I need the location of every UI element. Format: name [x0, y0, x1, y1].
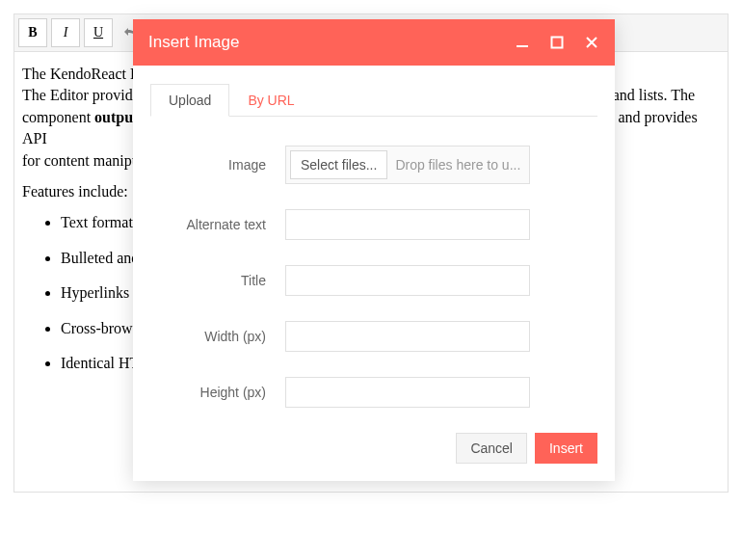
cancel-button[interactable]: Cancel [456, 433, 527, 464]
close-icon[interactable] [584, 35, 599, 50]
dialog-titlebar[interactable]: Insert Image [133, 19, 615, 66]
insert-button[interactable]: Insert [535, 433, 597, 464]
dialog-window-actions [515, 35, 599, 50]
insert-image-dialog: Insert Image Upload By URL Image Select … [133, 19, 615, 481]
row-height: Height (px) [150, 377, 597, 408]
upload-widget[interactable]: Select files... Drop files here to u... [285, 146, 530, 184]
row-alt: Alternate text [150, 209, 597, 240]
label-title: Title [150, 273, 285, 288]
label-alt: Alternate text [150, 217, 285, 232]
dialog-body: Upload By URL Image Select files... Drop… [133, 66, 615, 481]
maximize-icon[interactable] [549, 35, 565, 50]
label-image: Image [150, 157, 285, 173]
italic-button[interactable]: I [51, 18, 80, 47]
bold-button[interactable]: B [18, 18, 47, 47]
tab-by-url[interactable]: By URL [229, 84, 312, 117]
svg-rect-0 [517, 45, 528, 47]
height-input[interactable] [285, 377, 530, 408]
tab-upload[interactable]: Upload [150, 84, 229, 117]
width-input[interactable] [285, 321, 530, 352]
dialog-title: Insert Image [148, 33, 240, 52]
title-input[interactable] [285, 265, 530, 296]
underline-button[interactable]: U [84, 18, 113, 47]
label-width: Width (px) [150, 329, 285, 344]
svg-rect-1 [552, 38, 563, 48]
dialog-buttons: Cancel Insert [150, 433, 597, 464]
label-height: Height (px) [150, 385, 285, 400]
minimize-icon[interactable] [515, 35, 530, 50]
row-width: Width (px) [150, 321, 597, 352]
row-image: Image Select files... Drop files here to… [150, 146, 597, 184]
drop-files-hint: Drop files here to u... [395, 157, 525, 173]
tabstrip: Upload By URL [150, 83, 597, 117]
row-title: Title [150, 265, 597, 296]
select-files-button[interactable]: Select files... [290, 150, 387, 179]
alt-text-input[interactable] [285, 209, 530, 240]
